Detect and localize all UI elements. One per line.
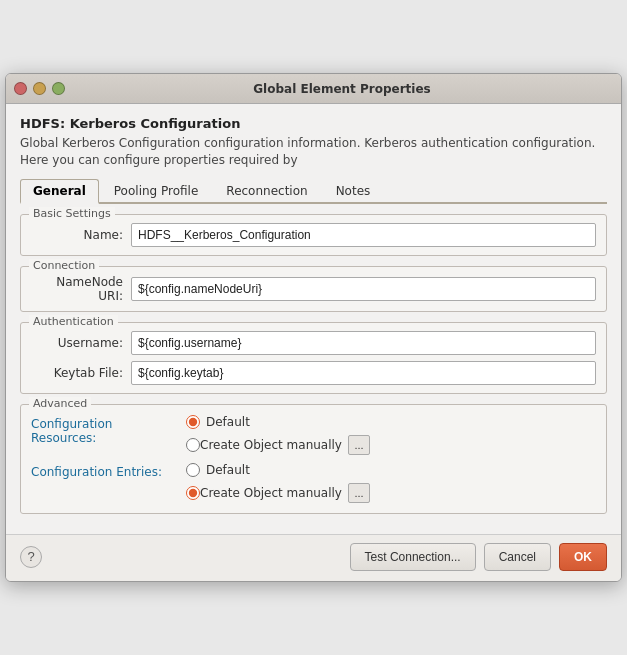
namenode-input[interactable] — [131, 277, 596, 301]
authentication-legend: Authentication — [29, 315, 118, 328]
tab-notes[interactable]: Notes — [323, 179, 384, 202]
config-resources-row: Configuration Resources: Default Create … — [31, 415, 596, 455]
window-body: HDFS: Kerberos Configuration Global Kerb… — [6, 104, 621, 534]
footer-left: ? — [20, 546, 42, 568]
dialog-footer: ? Test Connection... Cancel OK — [6, 534, 621, 581]
config-resources-manual-container: Create Object manually ... — [186, 435, 370, 455]
tab-pooling-profile[interactable]: Pooling Profile — [101, 179, 212, 202]
namenode-label: NameNode URI: — [31, 275, 131, 303]
help-button[interactable]: ? — [20, 546, 42, 568]
config-entries-manual-container: Create Object manually ... — [186, 483, 370, 503]
minimize-button[interactable] — [33, 82, 46, 95]
config-entries-manual-radio[interactable] — [186, 486, 200, 500]
config-resources-label: Configuration Resources: — [31, 415, 186, 445]
tab-bar: General Pooling Profile Reconnection Not… — [20, 179, 607, 204]
keytab-row: Keytab File: — [31, 361, 596, 385]
connection-legend: Connection — [29, 259, 99, 272]
config-resources-default-option: Default — [186, 415, 370, 429]
namenode-row: NameNode URI: — [31, 275, 596, 303]
ok-button[interactable]: OK — [559, 543, 607, 571]
config-resources-manual-radio[interactable] — [186, 438, 200, 452]
dialog-description: Global Kerberos Configuration configurat… — [20, 135, 607, 169]
window-title: Global Element Properties — [71, 82, 613, 96]
name-row: Name: — [31, 223, 596, 247]
username-label: Username: — [31, 336, 131, 350]
dialog-heading: HDFS: Kerberos Configuration — [20, 116, 607, 131]
tab-general[interactable]: General — [20, 179, 99, 204]
advanced-legend: Advanced — [29, 397, 91, 410]
titlebar: Global Element Properties — [6, 74, 621, 104]
config-resources-group: Default Create Object manually ... — [186, 415, 370, 455]
config-entries-group: Default Create Object manually ... — [186, 463, 370, 503]
config-resources-default-radio[interactable] — [186, 415, 200, 429]
config-resources-manual-option: Create Object manually ... — [186, 435, 370, 455]
name-input[interactable] — [131, 223, 596, 247]
dialog-window: Global Element Properties HDFS: Kerberos… — [5, 73, 622, 582]
maximize-button[interactable] — [52, 82, 65, 95]
footer-buttons: Test Connection... Cancel OK — [350, 543, 607, 571]
name-label: Name: — [31, 228, 131, 242]
config-entries-default-radio[interactable] — [186, 463, 200, 477]
config-entries-ellipsis-button[interactable]: ... — [348, 483, 370, 503]
username-row: Username: — [31, 331, 596, 355]
config-entries-manual-option: Create Object manually ... — [186, 483, 370, 503]
tab-reconnection[interactable]: Reconnection — [213, 179, 320, 202]
keytab-input[interactable] — [131, 361, 596, 385]
config-entries-manual-label: Create Object manually — [200, 486, 342, 500]
username-input[interactable] — [131, 331, 596, 355]
config-entries-default-label: Default — [206, 463, 250, 477]
authentication-section: Authentication Username: Keytab File: — [20, 322, 607, 394]
close-button[interactable] — [14, 82, 27, 95]
basic-settings-section: Basic Settings Name: — [20, 214, 607, 256]
config-entries-row: Configuration Entries: Default Create Ob… — [31, 463, 596, 503]
config-resources-ellipsis-button[interactable]: ... — [348, 435, 370, 455]
test-connection-button[interactable]: Test Connection... — [350, 543, 476, 571]
keytab-label: Keytab File: — [31, 366, 131, 380]
config-entries-default-option: Default — [186, 463, 370, 477]
advanced-section: Advanced Configuration Resources: Defaul… — [20, 404, 607, 514]
basic-settings-legend: Basic Settings — [29, 207, 115, 220]
config-entries-label: Configuration Entries: — [31, 463, 186, 479]
config-resources-manual-label: Create Object manually — [200, 438, 342, 452]
config-resources-default-label: Default — [206, 415, 250, 429]
cancel-button[interactable]: Cancel — [484, 543, 551, 571]
connection-section: Connection NameNode URI: — [20, 266, 607, 312]
